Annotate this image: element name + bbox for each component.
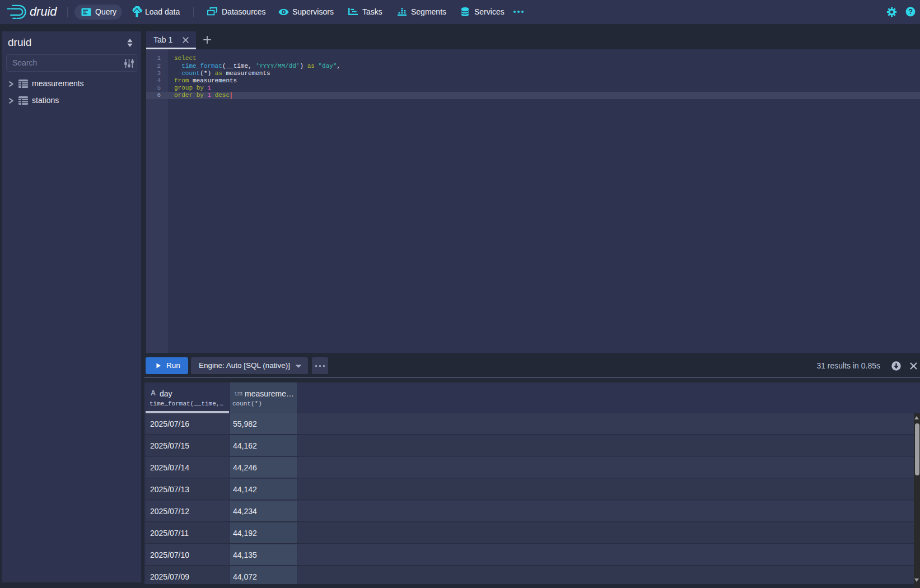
svg-text:?: ? [908, 8, 913, 16]
